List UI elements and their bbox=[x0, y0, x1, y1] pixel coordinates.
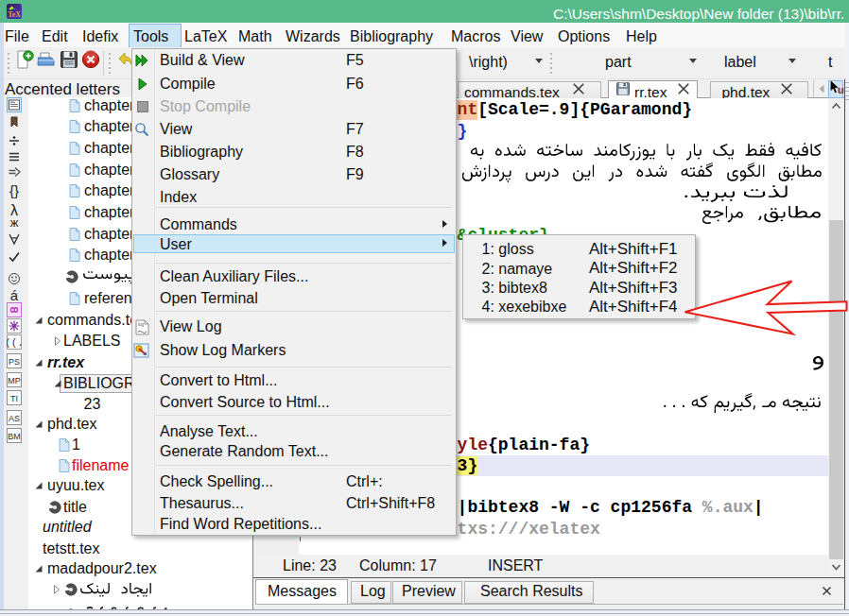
svg-text:PS: PS bbox=[9, 357, 20, 367]
svg-text:AS: AS bbox=[9, 414, 20, 423]
svg-text:log: log bbox=[138, 322, 145, 327]
svg-text:BM: BM bbox=[8, 432, 21, 441]
svg-text:TeX: TeX bbox=[8, 10, 21, 19]
svg-text:((.: ((. bbox=[7, 337, 22, 349]
svg-text:u: u bbox=[838, 84, 844, 95]
svg-text:MP: MP bbox=[8, 376, 21, 385]
svg-text:{}: {} bbox=[9, 183, 19, 198]
svg-text:á: á bbox=[10, 288, 19, 303]
svg-text:TI: TI bbox=[10, 394, 18, 403]
svg-text:ж: ж bbox=[10, 215, 19, 230]
